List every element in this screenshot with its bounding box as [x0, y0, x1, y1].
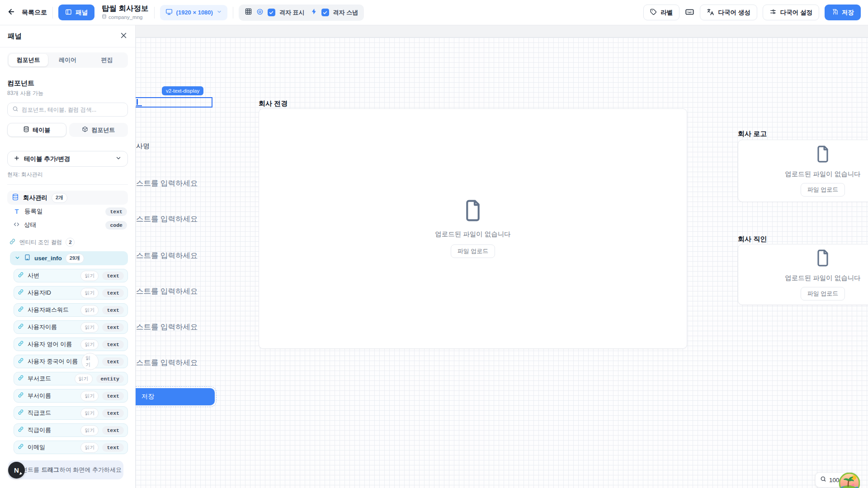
selected-text-display[interactable] [136, 97, 212, 108]
i18n-generate-button[interactable]: 다국어 생성 [700, 5, 757, 20]
upload-card-company-logo[interactable]: 업로드된 파일이 없습니다 파일 업로드 [738, 140, 868, 202]
read-only-badge: 읽기 [80, 408, 99, 418]
tab-layers[interactable]: 레이어 [48, 54, 87, 66]
file-upload-button[interactable]: 파일 업로드 [801, 183, 845, 197]
toggle-tables[interactable]: 테이블 [7, 123, 66, 137]
artboard-grid[interactable]: v2-text-display 사명 스트를 입력하세요스트를 입력하세요스트를… [136, 37, 868, 488]
text-input-placeholder[interactable]: 스트를 입력하세요 [136, 214, 198, 224]
read-only-badge: 읽기 [80, 391, 99, 401]
entity-join-count: 2 [66, 238, 75, 247]
back-button[interactable] [7, 8, 15, 17]
entity-join-section: 엔티티 조인 컬럼 2 [7, 238, 128, 247]
join-table-name: user_info [34, 255, 62, 262]
close-icon [120, 32, 127, 41]
tab-edit[interactable]: 편집 [87, 54, 127, 66]
join-field-row[interactable]: 사용자패스워드읽기text [14, 303, 128, 317]
lightning-icon [311, 8, 317, 17]
grid-show-label: 격자 표시 [279, 9, 305, 17]
join-field-row[interactable]: 사용자 중국어 이름읽기text [14, 355, 128, 368]
join-field-row[interactable]: 직급이름읽기text [14, 423, 128, 437]
search-input[interactable] [22, 107, 123, 113]
divider [7, 184, 128, 185]
link-icon [18, 306, 24, 314]
upload-empty-text: 업로드된 파일이 없습니다 [785, 170, 861, 178]
link-icon [18, 340, 24, 348]
join-field-name: 부서코드 [28, 375, 51, 383]
design-canvas[interactable]: v2-text-display 사명 스트를 입력하세요스트를 입력하세요스트를… [136, 25, 868, 488]
join-field-row[interactable]: 사용자 영어 이름읽기text [14, 338, 128, 351]
panel-tabs: 컴포넌트 레이어 편집 [7, 52, 128, 68]
link-icon [18, 409, 24, 417]
panel-close-button[interactable] [120, 32, 127, 41]
join-field-list: 사번읽기text사용자ID읽기text사용자패스워드읽기text사용자이름읽기t… [7, 269, 128, 454]
join-field-row[interactable]: 직급코드읽기text [14, 406, 128, 420]
join-field-row[interactable]: 이메일읽기text [14, 441, 128, 454]
type-badge: text [102, 392, 124, 400]
grid-controls: 격자 표시 격자 스냅 [239, 5, 364, 21]
text-input-placeholder[interactable]: 스트를 입력하세요 [136, 322, 198, 332]
join-field-name: 이메일 [28, 443, 45, 451]
table-row-company[interactable]: 회사관리 2개 [7, 191, 128, 205]
zoom-value: 100 [829, 477, 840, 483]
search-icon [12, 106, 19, 114]
join-field-row[interactable]: 사용자이름읽기text [14, 320, 128, 334]
panel-toggle-label: 패널 [75, 9, 88, 17]
join-table-user-info[interactable]: user_info 29개 [10, 251, 128, 265]
collaborator-cursor-badge: N [8, 462, 25, 479]
panel-toggle-button[interactable]: 패널 [58, 5, 94, 20]
hint-suffix: 하여 화면에 추가하세요 [60, 466, 122, 473]
save-button-label: 저장 [842, 9, 854, 17]
toggle-components[interactable]: 컴포넌트 [69, 123, 128, 137]
i18n-settings-button[interactable]: 다국어 설정 [763, 5, 819, 20]
upload-card-company-seal[interactable]: 업로드된 파일이 없습니다 파일 업로드 [738, 244, 868, 305]
type-badge: entity [96, 375, 124, 383]
file-upload-button[interactable]: 파일 업로드 [801, 287, 845, 300]
join-field-row[interactable]: 부서코드읽기entity [14, 372, 128, 385]
label-button-text: 라벨 [660, 9, 673, 17]
type-badge: text [102, 426, 124, 435]
back-label[interactable]: 목록으로 [22, 9, 47, 17]
column-name: 상태 [24, 221, 36, 229]
text-input-placeholder[interactable]: 스트를 입력하세요 [136, 178, 198, 188]
keyboard-icon [685, 7, 694, 18]
join-field-row[interactable]: 부서이름읽기text [14, 389, 128, 403]
link-icon [18, 443, 24, 451]
join-field-row[interactable]: 사용자ID읽기text [14, 286, 128, 300]
join-field-name: 사번 [28, 272, 39, 280]
grid-snap-checkbox[interactable] [321, 9, 329, 16]
keyboard-shortcuts-button[interactable] [685, 7, 694, 18]
target-icon[interactable] [256, 8, 264, 17]
grid-snap-label: 격자 스냅 [333, 9, 359, 17]
resolution-select[interactable]: (868 × 488) [160, 5, 227, 20]
column-row-regdate[interactable]: T 등록일 text [7, 205, 128, 218]
label-button[interactable]: 라벨 [643, 5, 679, 20]
grid-icon [245, 8, 252, 17]
toggle-components-label: 컴포넌트 [91, 126, 115, 134]
entity-join-label: 엔티티 조인 컬럼 [19, 239, 62, 246]
panel-title: 패널 [8, 32, 22, 41]
chevron-down-icon[interactable] [14, 254, 20, 263]
save-button[interactable]: 저장 [825, 5, 861, 20]
type-badge: text [102, 272, 124, 280]
tab-components[interactable]: 컴포넌트 [9, 54, 48, 66]
canvas-save-button[interactable]: 저장 [136, 388, 215, 405]
top-toolbar: 목록으로 패널 탑씰 회사정보 company_mng (868 × 488… [0, 0, 868, 25]
grid-show-checkbox[interactable] [268, 9, 275, 16]
add-table-dropdown[interactable]: 테이블 추가/변경 [7, 151, 128, 167]
join-field-name: 사용자이름 [28, 323, 57, 331]
upload-card-company-view[interactable]: 업로드된 파일이 없습니다 파일 업로드 [259, 108, 687, 349]
join-field-row[interactable]: 사번읽기text [14, 269, 128, 282]
arrow-left-icon [7, 8, 15, 17]
text-input-placeholder[interactable]: 스트를 입력하세요 [136, 251, 198, 261]
text-input-placeholder[interactable]: 스트를 입력하세요 [136, 358, 198, 368]
file-icon [816, 145, 830, 165]
table-name: 회사관리 [23, 194, 47, 202]
component-search[interactable] [7, 103, 128, 117]
component-panel: 패널 컴포넌트 레이어 편집 컴포넌트 83개 사용 가능 테이 [0, 25, 136, 488]
file-upload-button[interactable]: 파일 업로드 [451, 244, 495, 258]
type-badge: text [102, 409, 124, 418]
text-input-placeholder[interactable]: 스트를 입력하세요 [136, 286, 198, 296]
company-name-label: 사명 [136, 142, 150, 150]
column-row-status[interactable]: 상태 code [7, 218, 128, 232]
read-only-badge: 읽기 [80, 442, 99, 453]
